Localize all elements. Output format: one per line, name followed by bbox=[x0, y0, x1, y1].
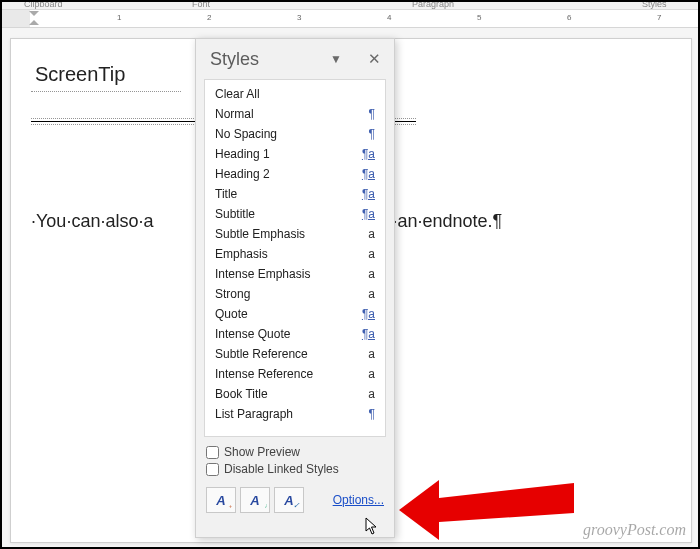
style-type-icon: ¶ bbox=[357, 407, 375, 421]
options-link[interactable]: Options... bbox=[333, 493, 384, 507]
show-preview-checkbox[interactable]: Show Preview bbox=[206, 445, 384, 459]
style-item-label: Emphasis bbox=[215, 247, 357, 261]
screentip-textbox[interactable]: ScreenTip bbox=[31, 61, 183, 88]
style-item-label: Subtle Reference bbox=[215, 347, 357, 361]
ruler-tick: 6 bbox=[567, 13, 571, 22]
style-item[interactable]: Book Titlea bbox=[213, 384, 377, 404]
style-item-label: Subtitle bbox=[215, 207, 357, 221]
ruler-tick: 7 bbox=[657, 13, 661, 22]
style-type-icon: ¶a bbox=[357, 207, 375, 221]
style-inspector-button[interactable]: Aᵢ bbox=[240, 487, 270, 513]
style-item[interactable]: Subtitle¶a bbox=[213, 204, 377, 224]
style-type-icon: ¶ bbox=[357, 107, 375, 121]
disable-linked-input[interactable] bbox=[206, 463, 219, 476]
ruler-tick: 5 bbox=[477, 13, 481, 22]
style-item[interactable]: Stronga bbox=[213, 284, 377, 304]
show-preview-label: Show Preview bbox=[224, 445, 300, 459]
horizontal-ruler[interactable]: 1 2 3 4 5 6 7 bbox=[2, 10, 698, 28]
styles-pane-title: Styles bbox=[210, 49, 326, 70]
style-type-icon: ¶ bbox=[357, 127, 375, 141]
manage-styles-button[interactable]: A✓ bbox=[274, 487, 304, 513]
style-item-label: Heading 1 bbox=[215, 147, 357, 161]
style-item-label: Strong bbox=[215, 287, 357, 301]
style-item-label: Intense Quote bbox=[215, 327, 357, 341]
style-type-icon: ¶a bbox=[357, 147, 375, 161]
styles-list[interactable]: Clear AllNormal¶No Spacing¶Heading 1¶aHe… bbox=[204, 79, 386, 437]
style-item[interactable]: Title¶a bbox=[213, 184, 377, 204]
disable-linked-styles-checkbox[interactable]: Disable Linked Styles bbox=[206, 462, 384, 476]
body-text-left: ·You·can·also·a bbox=[31, 211, 153, 231]
style-type-icon: ¶a bbox=[357, 327, 375, 341]
style-item[interactable]: Clear All bbox=[213, 84, 377, 104]
style-item-label: No Spacing bbox=[215, 127, 357, 141]
new-style-button[interactable]: A₊ bbox=[206, 487, 236, 513]
ribbon-group-labels: Clipboard Font Paragraph Styles bbox=[2, 2, 698, 10]
styles-pane[interactable]: Styles ▼ ✕ Clear AllNormal¶No Spacing¶He… bbox=[195, 38, 395, 538]
style-item[interactable]: Intense Emphasisa bbox=[213, 264, 377, 284]
show-preview-input[interactable] bbox=[206, 446, 219, 459]
style-item[interactable]: Heading 1¶a bbox=[213, 144, 377, 164]
screentip-title: ScreenTip bbox=[35, 63, 179, 86]
indent-marker[interactable] bbox=[29, 11, 39, 25]
disable-linked-label: Disable Linked Styles bbox=[224, 462, 339, 476]
style-item[interactable]: Quote¶a bbox=[213, 304, 377, 324]
style-item[interactable]: List Paragraph¶ bbox=[213, 404, 377, 424]
style-item-label: Intense Reference bbox=[215, 367, 357, 381]
style-item-label: Normal bbox=[215, 107, 357, 121]
style-item[interactable]: Subtle Emphasisa bbox=[213, 224, 377, 244]
ruler-tick: 3 bbox=[297, 13, 301, 22]
style-type-icon: a bbox=[357, 367, 375, 381]
body-text-right: g·an·endnote.¶ bbox=[382, 211, 502, 231]
style-item-label: Clear All bbox=[215, 87, 357, 101]
styles-pane-header[interactable]: Styles ▼ ✕ bbox=[196, 39, 394, 79]
watermark: groovyPost.com bbox=[583, 521, 686, 539]
style-item-label: Heading 2 bbox=[215, 167, 357, 181]
style-type-icon: a bbox=[357, 227, 375, 241]
style-item-label: Quote bbox=[215, 307, 357, 321]
close-icon[interactable]: ✕ bbox=[364, 50, 384, 68]
ruler-left-margin bbox=[2, 10, 30, 27]
style-type-icon: a bbox=[357, 287, 375, 301]
ruler-tick: 2 bbox=[207, 13, 211, 22]
style-type-icon: a bbox=[357, 267, 375, 281]
style-item-label: Subtle Emphasis bbox=[215, 227, 357, 241]
ruler-tick: 4 bbox=[387, 13, 391, 22]
style-item[interactable]: No Spacing¶ bbox=[213, 124, 377, 144]
style-item[interactable]: Emphasisa bbox=[213, 244, 377, 264]
textbox-border bbox=[31, 91, 181, 92]
style-item[interactable]: Subtle Referencea bbox=[213, 344, 377, 364]
style-item-label: List Paragraph bbox=[215, 407, 357, 421]
style-type-icon: a bbox=[357, 387, 375, 401]
style-item-label: Intense Emphasis bbox=[215, 267, 357, 281]
style-type-icon: a bbox=[357, 347, 375, 361]
style-item[interactable]: Intense Quote¶a bbox=[213, 324, 377, 344]
style-item[interactable]: Normal¶ bbox=[213, 104, 377, 124]
style-type-icon: ¶a bbox=[357, 307, 375, 321]
style-type-icon: ¶a bbox=[357, 167, 375, 181]
style-item[interactable]: Heading 2¶a bbox=[213, 164, 377, 184]
ruler-tick: 1 bbox=[117, 13, 121, 22]
style-item[interactable]: Intense Referencea bbox=[213, 364, 377, 384]
style-item-label: Title bbox=[215, 187, 357, 201]
style-type-icon: a bbox=[357, 247, 375, 261]
style-type-icon: ¶a bbox=[357, 187, 375, 201]
pane-menu-dropdown-icon[interactable]: ▼ bbox=[326, 52, 346, 66]
style-item-label: Book Title bbox=[215, 387, 357, 401]
